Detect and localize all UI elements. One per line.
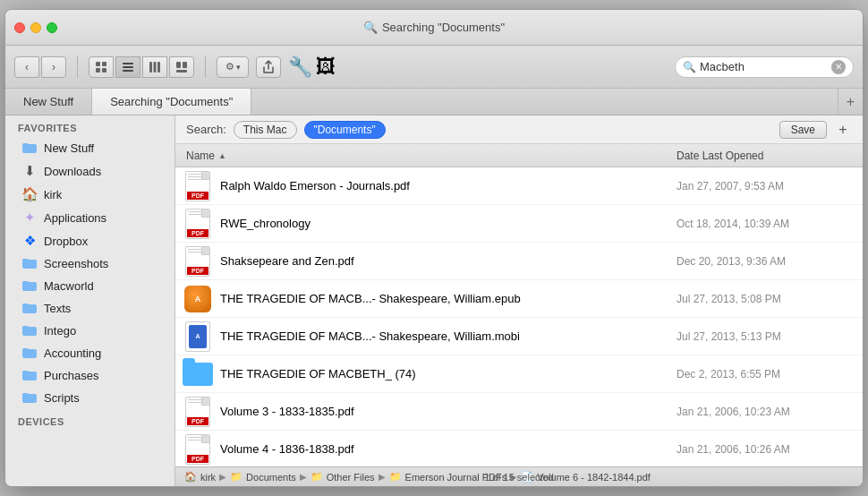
file-name: Volume 3 - 1833-1835.pdf xyxy=(220,405,666,418)
file-icon-area: PDF xyxy=(175,246,220,277)
sidebar-item-intego[interactable]: Intego xyxy=(9,321,171,341)
back-button[interactable]: ‹ xyxy=(14,56,39,78)
automator-area: 🔧 🖼 xyxy=(288,56,336,79)
add-criteria-button[interactable]: + xyxy=(834,121,852,139)
share-button[interactable] xyxy=(256,56,281,78)
toolbar: ‹ › xyxy=(5,46,863,89)
action-button[interactable]: ⚙ ▾ xyxy=(217,56,249,78)
file-name: Shaksepeare and Zen.pdf xyxy=(220,254,666,268)
sidebar-item-applications[interactable]: ✦ Applications xyxy=(9,207,171,228)
breadcrumb-item-kirk[interactable]: 🏠 kirk xyxy=(184,471,216,483)
svg-rect-22 xyxy=(22,326,29,329)
downloads-icon: ⬇ xyxy=(21,163,38,179)
svg-rect-28 xyxy=(22,393,29,397)
svg-rect-20 xyxy=(22,304,29,307)
column-headers: Name ▲ Date Last Opened xyxy=(175,144,863,167)
svg-rect-4 xyxy=(123,63,133,64)
file-date: Dec 2, 2013, 6:55 PM xyxy=(666,368,863,381)
traffic-lights xyxy=(14,22,57,33)
tab-bar: New Stuff Searching "Documents" + xyxy=(5,89,863,115)
icon-view-button[interactable] xyxy=(89,56,114,78)
sidebar-item-accounting[interactable]: Accounting xyxy=(9,343,171,363)
file-row[interactable]: A THE TRAGEDIE OF MACB...- Shakespeare, … xyxy=(175,318,863,355)
svg-rect-16 xyxy=(22,259,29,262)
mobi-file-icon: A xyxy=(185,321,210,352)
main-content: Favorites New Stuff ⬇ Downloads 🏠 kirk xyxy=(5,115,863,486)
tab-new-stuff[interactable]: New Stuff xyxy=(5,89,92,115)
name-column-label: Name xyxy=(186,150,215,162)
documents-scope-button[interactable]: "Documents" xyxy=(304,121,386,139)
this-mac-scope-button[interactable]: This Mac xyxy=(234,121,297,139)
breadcrumb-other-files: Other Files xyxy=(327,472,375,483)
sidebar-item-screenshots[interactable]: Screenshots xyxy=(9,253,171,274)
file-name: RWE_chronology xyxy=(220,217,666,230)
column-view-button[interactable] xyxy=(142,56,167,78)
breadcrumb-item-documents[interactable]: 📁 Documents xyxy=(230,471,296,483)
svg-rect-0 xyxy=(96,62,100,66)
clear-search-button[interactable]: ✕ xyxy=(831,60,846,74)
file-row[interactable]: PDF Volume 3 - 1833-1835.pdf Jan 21, 200… xyxy=(175,393,863,431)
file-name: THE TRAGEDIE OF MACB...- Shakespeare, Wi… xyxy=(220,292,666,305)
file-row[interactable]: PDF RWE_chronology Oct 18, 2014, 10:39 A… xyxy=(175,205,863,243)
file-row[interactable]: PDF Volume 4 - 1836-1838.pdf Jan 21, 200… xyxy=(175,431,863,466)
tab-searching-documents[interactable]: Searching "Documents" xyxy=(92,89,251,115)
status-bar: 🏠 kirk ▶ 📁 Documents ▶ 📁 Other Files ▶ xyxy=(175,466,863,486)
file-icon-area: PDF xyxy=(175,434,220,465)
sidebar-item-macworld[interactable]: Macworld xyxy=(9,276,171,296)
sidebar-item-kirk[interactable]: 🏠 kirk xyxy=(9,184,171,205)
back-icon: ‹ xyxy=(25,61,29,73)
sidebar-item-dropbox[interactable]: ❖ Dropbox xyxy=(9,230,171,252)
cover-flow-button[interactable] xyxy=(169,56,194,78)
sidebar-item-scripts[interactable]: Scripts xyxy=(9,388,171,408)
dropbox-icon: ❖ xyxy=(21,233,38,249)
file-name: THE TRAGEDIE OF MACB...- Shakespeare, Wi… xyxy=(220,329,666,343)
minimize-button[interactable] xyxy=(30,22,41,33)
save-button[interactable]: Save xyxy=(779,121,827,139)
sidebar-item-downloads[interactable]: ⬇ Downloads xyxy=(9,160,171,182)
sidebar: Favorites New Stuff ⬇ Downloads 🏠 kirk xyxy=(5,115,175,486)
breadcrumb-volume6: Volume 6 - 1842-1844.pdf xyxy=(537,472,651,483)
screenshots-folder-icon xyxy=(21,256,38,271)
pdf-file-icon: PDF xyxy=(185,397,210,427)
svg-rect-26 xyxy=(22,371,29,374)
home-bc-icon: 🏠 xyxy=(184,471,197,483)
bc-arrow-icon-2: ▶ xyxy=(300,472,307,482)
file-row[interactable]: A THE TRAGEDIE OF MACB...- Shakespeare, … xyxy=(175,280,863,318)
tab-spacer xyxy=(251,89,838,115)
svg-rect-18 xyxy=(22,281,29,285)
bc-arrow-icon: ▶ xyxy=(219,472,226,482)
title-icon: 🔍 xyxy=(363,21,378,34)
close-button[interactable] xyxy=(14,22,25,33)
folder-file-icon xyxy=(183,363,213,386)
title-bar: 🔍 Searching "Documents" xyxy=(5,10,863,46)
svg-rect-11 xyxy=(183,62,187,68)
separator-1 xyxy=(77,56,78,78)
breadcrumb-item-other-files[interactable]: 📁 Other Files xyxy=(311,471,375,483)
svg-rect-2 xyxy=(96,68,100,73)
file-row[interactable]: PDF Ralph Waldo Emerson - Journals.pdf J… xyxy=(175,167,863,205)
pdf-file-icon: PDF xyxy=(185,246,210,277)
file-date: Jan 21, 2006, 10:23 AM xyxy=(666,406,863,418)
svg-rect-9 xyxy=(157,62,160,73)
file-row[interactable]: THE TRAGEDIE OF MACBETH_ (74) Dec 2, 201… xyxy=(175,355,863,393)
favorites-label: Favorites xyxy=(5,115,174,137)
svg-rect-24 xyxy=(22,348,29,352)
sidebar-item-purchases[interactable]: Purchases xyxy=(9,365,171,386)
devices-label: Devices xyxy=(5,409,174,431)
sidebar-downloads-label: Downloads xyxy=(44,165,101,178)
search-box[interactable]: 🔍 ✕ xyxy=(675,56,854,78)
file-icon-area: PDF xyxy=(175,209,220,239)
zoom-button[interactable] xyxy=(47,22,57,33)
search-input[interactable] xyxy=(700,60,828,73)
add-tab-button[interactable]: + xyxy=(838,89,863,115)
pdf-file-icon: PDF xyxy=(185,434,210,465)
file-row[interactable]: PDF Shaksepeare and Zen.pdf Dec 20, 2013… xyxy=(175,243,863,280)
forward-button[interactable]: › xyxy=(41,56,66,78)
list-view-button[interactable] xyxy=(115,56,140,78)
sidebar-item-texts[interactable]: Texts xyxy=(9,298,171,319)
nav-buttons: ‹ › xyxy=(14,56,66,78)
svg-rect-3 xyxy=(102,68,106,73)
date-column-header[interactable]: Date Last Opened xyxy=(666,150,863,162)
sidebar-item-new-stuff[interactable]: New Stuff xyxy=(9,138,171,158)
name-column-header[interactable]: Name ▲ xyxy=(175,150,666,162)
